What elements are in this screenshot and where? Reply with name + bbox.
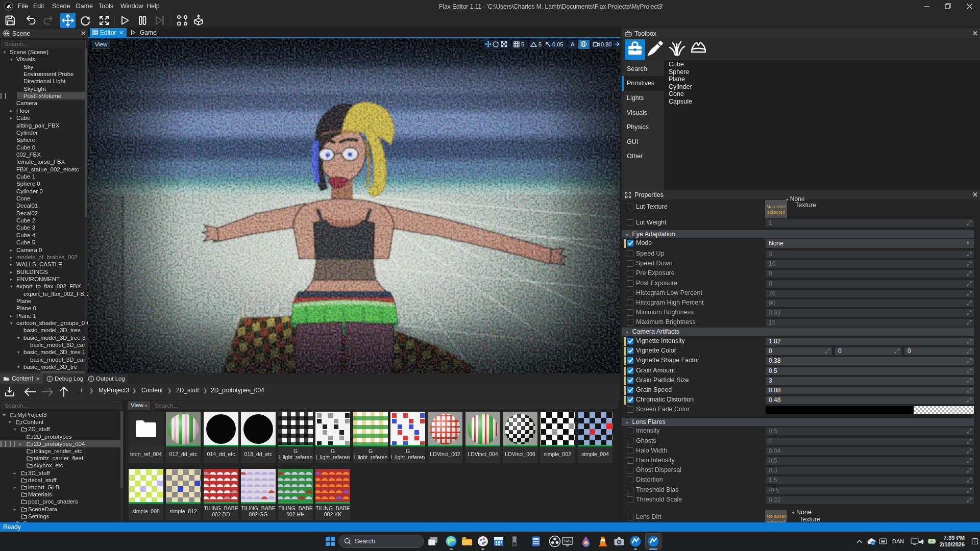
svg-text:SVG: SVG: [564, 539, 571, 543]
